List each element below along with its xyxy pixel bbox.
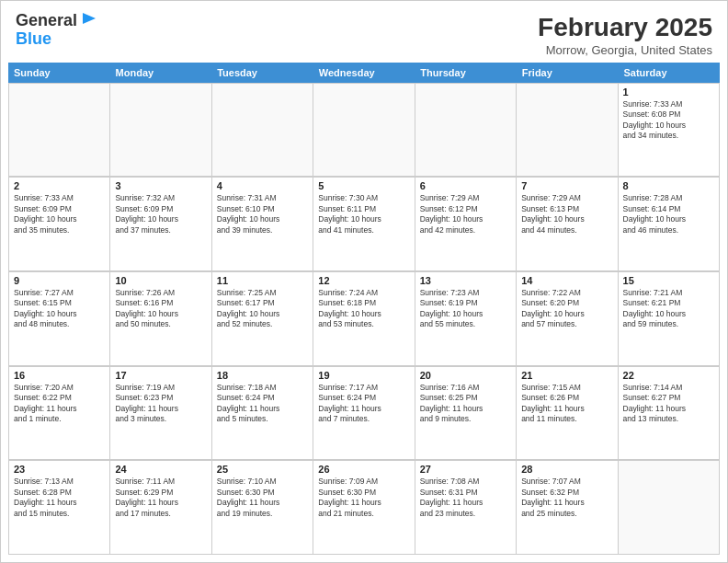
day-number: 9 xyxy=(14,275,105,286)
day-number: 21 xyxy=(521,370,612,381)
day-info: Sunrise: 7:19 AM Sunset: 6:23 PM Dayligh… xyxy=(115,383,206,425)
calendar-day-cell: 10Sunrise: 7:26 AM Sunset: 6:16 PM Dayli… xyxy=(110,272,211,366)
calendar-day-cell: 13Sunrise: 7:23 AM Sunset: 6:19 PM Dayli… xyxy=(415,272,517,366)
calendar-day-cell: 28Sunrise: 7:07 AM Sunset: 6:32 PM Dayli… xyxy=(517,461,618,555)
day-info: Sunrise: 7:29 AM Sunset: 6:13 PM Dayligh… xyxy=(521,193,612,236)
day-info: Sunrise: 7:14 AM Sunset: 6:27 PM Dayligh… xyxy=(623,383,714,425)
calendar-week-row: 23Sunrise: 7:13 AM Sunset: 6:28 PM Dayli… xyxy=(8,460,720,555)
title-section: February 2025 Morrow, Georgia, United St… xyxy=(538,12,712,57)
calendar-day-cell: 14Sunrise: 7:22 AM Sunset: 6:20 PM Dayli… xyxy=(517,272,618,366)
calendar-day-cell: 15Sunrise: 7:21 AM Sunset: 6:21 PM Dayli… xyxy=(619,272,720,366)
calendar-day-cell: 9Sunrise: 7:27 AM Sunset: 6:15 PM Daylig… xyxy=(9,272,110,366)
day-number: 12 xyxy=(318,275,409,286)
day-info: Sunrise: 7:13 AM Sunset: 6:28 PM Dayligh… xyxy=(14,477,105,519)
calendar-day-cell: 16Sunrise: 7:20 AM Sunset: 6:22 PM Dayli… xyxy=(9,367,110,461)
day-info: Sunrise: 7:11 AM Sunset: 6:29 PM Dayligh… xyxy=(115,477,206,519)
calendar-day-cell: 23Sunrise: 7:13 AM Sunset: 6:28 PM Dayli… xyxy=(9,461,110,555)
day-info: Sunrise: 7:18 AM Sunset: 6:24 PM Dayligh… xyxy=(217,383,308,425)
day-number: 16 xyxy=(14,370,105,381)
day-number: 26 xyxy=(318,464,409,475)
calendar-day-cell: 21Sunrise: 7:15 AM Sunset: 6:26 PM Dayli… xyxy=(517,367,618,461)
calendar-header-day: Monday xyxy=(110,63,212,83)
day-number: 11 xyxy=(217,275,308,286)
day-number: 3 xyxy=(115,180,206,191)
day-info: Sunrise: 7:23 AM Sunset: 6:19 PM Dayligh… xyxy=(420,288,511,330)
calendar-day-cell xyxy=(212,84,313,178)
day-number: 22 xyxy=(623,370,714,381)
day-info: Sunrise: 7:30 AM Sunset: 6:11 PM Dayligh… xyxy=(318,193,409,236)
calendar-day-cell: 26Sunrise: 7:09 AM Sunset: 6:30 PM Dayli… xyxy=(313,461,415,555)
calendar-page: General Blue February 2025 Morrow, Georg… xyxy=(0,0,728,563)
calendar-day-cell: 24Sunrise: 7:11 AM Sunset: 6:29 PM Dayli… xyxy=(110,461,211,555)
day-info: Sunrise: 7:26 AM Sunset: 6:16 PM Dayligh… xyxy=(115,288,206,330)
day-number: 15 xyxy=(623,275,714,286)
calendar-header-day: Wednesday xyxy=(313,63,415,83)
day-info: Sunrise: 7:15 AM Sunset: 6:26 PM Dayligh… xyxy=(521,383,612,425)
calendar-day-cell: 27Sunrise: 7:08 AM Sunset: 6:31 PM Dayli… xyxy=(415,461,517,555)
day-info: Sunrise: 7:24 AM Sunset: 6:18 PM Dayligh… xyxy=(318,288,409,330)
page-header: General Blue February 2025 Morrow, Georg… xyxy=(1,1,727,63)
calendar-day-cell xyxy=(619,461,720,555)
day-number: 13 xyxy=(420,275,511,286)
calendar-day-cell: 1Sunrise: 7:33 AM Sunset: 6:08 PM Daylig… xyxy=(619,84,720,178)
calendar-day-cell xyxy=(313,84,415,178)
calendar-day-cell xyxy=(517,84,618,178)
calendar-week-row: 1Sunrise: 7:33 AM Sunset: 6:08 PM Daylig… xyxy=(8,83,720,178)
calendar-day-cell: 12Sunrise: 7:24 AM Sunset: 6:18 PM Dayli… xyxy=(313,272,415,366)
day-number: 10 xyxy=(115,275,206,286)
calendar-header-day: Tuesday xyxy=(211,63,313,83)
day-number: 8 xyxy=(623,180,714,191)
day-number: 17 xyxy=(115,370,206,381)
calendar-week-row: 2Sunrise: 7:33 AM Sunset: 6:09 PM Daylig… xyxy=(8,177,720,271)
day-number: 20 xyxy=(420,370,511,381)
calendar-day-cell: 25Sunrise: 7:10 AM Sunset: 6:30 PM Dayli… xyxy=(212,461,313,555)
day-number: 24 xyxy=(115,464,206,475)
calendar-header-day: Saturday xyxy=(618,63,720,83)
calendar-header-day: Thursday xyxy=(415,63,517,83)
calendar-day-cell: 11Sunrise: 7:25 AM Sunset: 6:17 PM Dayli… xyxy=(212,272,313,366)
calendar-day-cell: 3Sunrise: 7:32 AM Sunset: 6:09 PM Daylig… xyxy=(110,178,211,271)
day-info: Sunrise: 7:32 AM Sunset: 6:09 PM Dayligh… xyxy=(115,193,206,236)
day-number: 23 xyxy=(14,464,105,475)
day-info: Sunrise: 7:25 AM Sunset: 6:17 PM Dayligh… xyxy=(217,288,308,330)
day-number: 1 xyxy=(623,86,714,98)
day-number: 28 xyxy=(521,464,612,475)
calendar-day-cell: 2Sunrise: 7:33 AM Sunset: 6:09 PM Daylig… xyxy=(9,178,110,271)
day-info: Sunrise: 7:33 AM Sunset: 6:09 PM Dayligh… xyxy=(14,193,105,236)
day-number: 14 xyxy=(521,275,612,286)
day-number: 7 xyxy=(521,180,612,191)
day-number: 19 xyxy=(318,370,409,381)
month-title: February 2025 xyxy=(538,12,712,43)
calendar-day-cell xyxy=(415,84,517,178)
day-info: Sunrise: 7:29 AM Sunset: 6:12 PM Dayligh… xyxy=(420,193,511,236)
calendar-day-cell: 19Sunrise: 7:17 AM Sunset: 6:24 PM Dayli… xyxy=(313,367,415,461)
calendar-day-cell: 5Sunrise: 7:30 AM Sunset: 6:11 PM Daylig… xyxy=(313,178,415,271)
day-info: Sunrise: 7:17 AM Sunset: 6:24 PM Dayligh… xyxy=(318,383,409,425)
calendar-week-row: 16Sunrise: 7:20 AM Sunset: 6:22 PM Dayli… xyxy=(8,366,720,461)
calendar-day-cell: 17Sunrise: 7:19 AM Sunset: 6:23 PM Dayli… xyxy=(110,367,211,461)
calendar-day-cell: 4Sunrise: 7:31 AM Sunset: 6:10 PM Daylig… xyxy=(212,178,313,271)
calendar-week-row: 9Sunrise: 7:27 AM Sunset: 6:15 PM Daylig… xyxy=(8,271,720,366)
calendar-day-cell xyxy=(9,84,110,178)
day-info: Sunrise: 7:22 AM Sunset: 6:20 PM Dayligh… xyxy=(521,288,612,330)
day-info: Sunrise: 7:21 AM Sunset: 6:21 PM Dayligh… xyxy=(623,288,714,330)
logo-general-text: General xyxy=(16,12,77,30)
day-number: 18 xyxy=(217,370,308,381)
day-info: Sunrise: 7:31 AM Sunset: 6:10 PM Dayligh… xyxy=(217,193,308,236)
svg-marker-0 xyxy=(83,13,96,24)
calendar-day-cell: 7Sunrise: 7:29 AM Sunset: 6:13 PM Daylig… xyxy=(517,178,618,271)
calendar-header-day: Friday xyxy=(517,63,619,83)
day-number: 2 xyxy=(14,180,105,191)
calendar-header-day: Sunday xyxy=(8,63,110,83)
day-info: Sunrise: 7:07 AM Sunset: 6:32 PM Dayligh… xyxy=(521,477,612,519)
calendar-body: 1Sunrise: 7:33 AM Sunset: 6:08 PM Daylig… xyxy=(8,83,720,555)
day-info: Sunrise: 7:33 AM Sunset: 6:08 PM Dayligh… xyxy=(623,99,714,142)
day-info: Sunrise: 7:08 AM Sunset: 6:31 PM Dayligh… xyxy=(420,477,511,519)
logo-blue-text: Blue xyxy=(16,29,51,48)
calendar-header: SundayMondayTuesdayWednesdayThursdayFrid… xyxy=(8,63,720,83)
day-number: 27 xyxy=(420,464,511,475)
logo-flag-icon xyxy=(79,11,97,29)
day-number: 6 xyxy=(420,180,511,191)
location-subtitle: Morrow, Georgia, United States xyxy=(538,43,712,57)
day-number: 5 xyxy=(318,180,409,191)
